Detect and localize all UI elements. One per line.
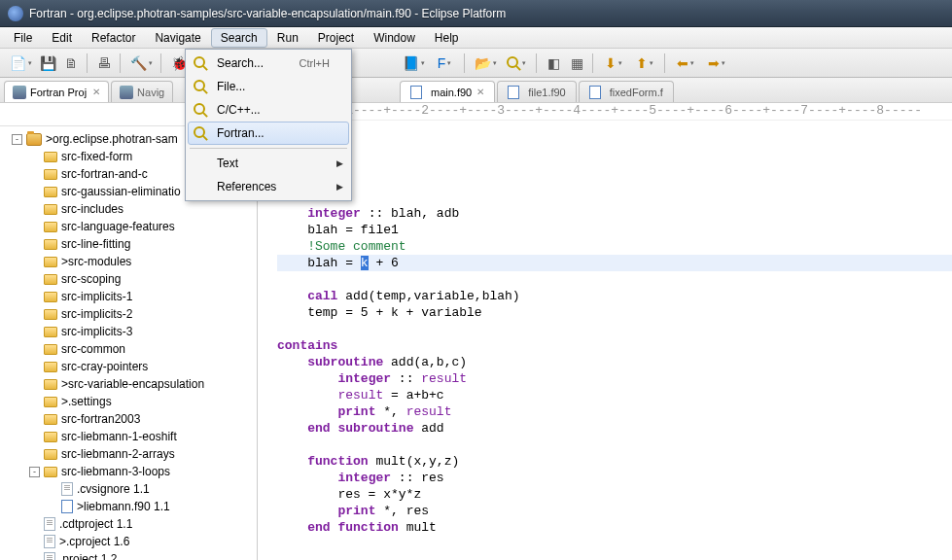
- code-line[interactable]: call add(temp,variable,blah): [277, 288, 952, 304]
- build-button[interactable]: 🔨▾: [126, 52, 156, 74]
- tree-twisty-icon[interactable]: -: [12, 134, 22, 145]
- menu-edit[interactable]: Edit: [42, 28, 82, 48]
- code-editor[interactable]: nt noneule1l file1 integer :: blah, adb …: [258, 121, 952, 560]
- pkg-icon: [44, 222, 57, 232]
- tree-node[interactable]: src-implicits-2: [0, 305, 257, 323]
- pkg-icon: [44, 414, 57, 425]
- pkg-icon: [44, 239, 57, 250]
- code-line[interactable]: integer :: blah, adb: [277, 205, 952, 222]
- tree-twisty-icon[interactable]: -: [29, 467, 40, 477]
- code-line[interactable]: n: [277, 122, 952, 139]
- code-line[interactable]: t none: [277, 139, 952, 156]
- tree-node[interactable]: src-includes: [0, 200, 257, 218]
- code-line[interactable]: l file1: [277, 172, 952, 189]
- tree-node[interactable]: src-language-features: [0, 218, 257, 235]
- tree-label: src-fixed-form: [61, 150, 132, 163]
- toggle-mark-button[interactable]: ◧: [543, 52, 564, 74]
- back-button[interactable]: ⬅▾: [671, 52, 700, 74]
- menu-item-cc[interactable]: C/C++...: [188, 98, 349, 122]
- new-fortran-button[interactable]: F▾: [430, 52, 459, 74]
- menubar: FileEditRefactorNavigateSearchRunProject…: [0, 27, 952, 49]
- save-button[interactable]: 💾: [37, 52, 58, 74]
- sidebar-tab[interactable]: Fortran Proj✕: [4, 81, 109, 102]
- code-line[interactable]: function mult(x,y,z): [277, 453, 952, 470]
- pkg-icon: [44, 467, 57, 477]
- code-line[interactable]: temp = 5 + k + variable: [277, 304, 952, 321]
- tree-label: src-liebmann-3-loops: [61, 465, 170, 478]
- tree-node[interactable]: src-fortran2003: [0, 410, 257, 428]
- print-button[interactable]: 🖶: [93, 52, 115, 74]
- tree-node[interactable]: .project 1.2: [0, 550, 257, 560]
- next-annotation-button[interactable]: ⬇▾: [599, 52, 628, 74]
- menu-search[interactable]: Search: [211, 28, 267, 48]
- code-line[interactable]: end subroutine add: [277, 420, 952, 437]
- tree-node[interactable]: >src-variable-encapsulation: [0, 375, 257, 393]
- tree-node[interactable]: >src-modules: [0, 253, 257, 270]
- menu-accel: Ctrl+H: [300, 57, 330, 69]
- tree-node[interactable]: src-scoping: [0, 270, 257, 288]
- tree-node[interactable]: .cdtproject 1.1: [0, 515, 257, 533]
- forward-button[interactable]: ➡▾: [702, 52, 731, 74]
- new-button[interactable]: 📄▾: [6, 52, 35, 74]
- code-line[interactable]: [277, 271, 952, 288]
- tree-node[interactable]: src-implicits-1: [0, 288, 257, 305]
- editor-tab[interactable]: fixedForm.f: [579, 81, 674, 102]
- txt-icon: [44, 517, 55, 531]
- code-line[interactable]: print *, result: [277, 403, 952, 420]
- code-line[interactable]: [277, 437, 952, 453]
- code-line[interactable]: res = x*y*z: [277, 486, 952, 503]
- search-button[interactable]: ▾: [502, 52, 531, 74]
- tree-label: src-scoping: [61, 272, 121, 286]
- tree-node[interactable]: >liebmann.f90 1.1: [0, 498, 257, 515]
- new-cpp-button[interactable]: 📘▾: [399, 52, 428, 74]
- tree-node[interactable]: >.settings: [0, 393, 257, 410]
- tree-node[interactable]: -src-liebmann-3-loops: [0, 463, 257, 480]
- save-all-button[interactable]: 🗎: [60, 52, 82, 74]
- tree-node[interactable]: src-liebmann-1-eoshift: [0, 428, 257, 445]
- menu-help[interactable]: Help: [425, 28, 469, 48]
- code-line[interactable]: result = a+b+c: [277, 387, 952, 403]
- tree-node[interactable]: .cvsignore 1.1: [0, 480, 257, 498]
- close-icon[interactable]: ✕: [92, 87, 100, 97]
- code-line[interactable]: integer :: result: [277, 370, 952, 387]
- menu-navigate[interactable]: Navigate: [145, 28, 210, 48]
- code-line[interactable]: !Some comment: [277, 238, 952, 255]
- menu-refactor[interactable]: Refactor: [82, 28, 145, 48]
- fortran-file-icon: [589, 86, 601, 99]
- code-line[interactable]: contains: [277, 337, 952, 354]
- fortran-icon: [120, 86, 133, 99]
- code-line[interactable]: [277, 321, 952, 337]
- tree-node[interactable]: src-implicits-3: [0, 323, 257, 340]
- menu-run[interactable]: Run: [267, 28, 308, 48]
- code-line[interactable]: [277, 189, 952, 205]
- menu-item-references[interactable]: References▶: [188, 175, 349, 198]
- tree-node[interactable]: >.cproject 1.6: [0, 533, 257, 550]
- menu-project[interactable]: Project: [308, 28, 364, 48]
- menu-item-text[interactable]: Text▶: [188, 152, 349, 175]
- code-line[interactable]: blah = k + 6: [277, 255, 952, 271]
- menu-item-search[interactable]: Search...Ctrl+H: [188, 52, 349, 75]
- menu-item-fortran[interactable]: Fortran...: [188, 122, 349, 145]
- menu-item-file[interactable]: File...: [188, 75, 349, 98]
- code-line[interactable]: integer :: res: [277, 470, 952, 486]
- menu-item-label: File...: [217, 80, 330, 93]
- code-line[interactable]: subroutine add(a,b,c): [277, 354, 952, 370]
- menu-window[interactable]: Window: [364, 28, 425, 48]
- code-line[interactable]: end function mult: [277, 519, 952, 536]
- prev-annotation-button[interactable]: ⬆▾: [630, 52, 659, 74]
- tree-node[interactable]: src-common: [0, 340, 257, 358]
- sidebar-tab[interactable]: Navig: [111, 81, 173, 102]
- code-line[interactable]: ule1: [277, 156, 952, 172]
- close-icon[interactable]: ✕: [476, 87, 484, 97]
- tree-node[interactable]: src-liebmann-2-arrays: [0, 445, 257, 463]
- code-line[interactable]: blah = file1: [277, 222, 952, 238]
- menu-file[interactable]: File: [4, 28, 42, 48]
- editor-tab[interactable]: main.f90✕: [400, 81, 495, 102]
- tree-label: >.cproject 1.6: [59, 535, 129, 548]
- code-line[interactable]: print *, res: [277, 503, 952, 519]
- tree-node[interactable]: src-cray-pointers: [0, 358, 257, 375]
- editor-tab[interactable]: file1.f90: [497, 81, 577, 102]
- tree-node[interactable]: src-line-fitting: [0, 235, 257, 253]
- toggle-block-button[interactable]: ▦: [566, 52, 587, 74]
- open-type-button[interactable]: 📂▾: [471, 52, 500, 74]
